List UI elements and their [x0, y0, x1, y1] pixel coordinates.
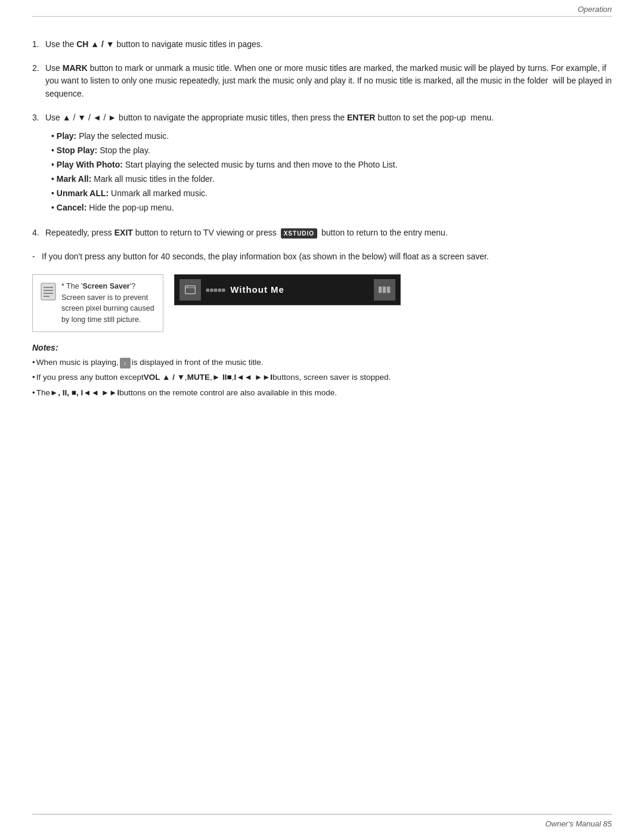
header-section: Operation [0, 0, 644, 16]
item-number: 1. [32, 38, 45, 51]
svg-rect-0 [41, 283, 55, 300]
menu-option-play-with-photo: Play With Photo: Start playing the selec… [51, 159, 612, 171]
list-item: 1. Use the CH ▲ / ▼ button to navigate m… [32, 38, 612, 51]
item-number: 2. [32, 62, 45, 101]
popup-menu-options: Play: Play the selected music. Stop Play… [51, 130, 612, 214]
preview-separator: ■■■■■ [206, 286, 225, 293]
exit-label: EXIT [114, 228, 133, 237]
notes-bullet-3: The ►, II, ■, I◄◄ ►►I buttons on the rem… [32, 386, 612, 400]
item-text: Use ▲ / ▼ / ◄ / ► button to navigate the… [45, 113, 494, 122]
preview-track-name: Without Me [230, 284, 284, 295]
note-text-content: * The 'Screen Saver'? Screen saver is to… [61, 281, 156, 326]
numbered-list: 1. Use the CH ▲ / ▼ button to navigate m… [32, 38, 612, 240]
screen-preview: ■■■■■ Without Me ▊▊▊ [174, 274, 401, 305]
notes-title: Notes: [32, 343, 612, 352]
menu-option-play: Play: Play the selected music. [51, 130, 612, 143]
note-box: * The 'Screen Saver'? Screen saver is to… [32, 274, 163, 332]
page-container: Operation 1. Use the CH ▲ / ▼ button to … [0, 0, 644, 833]
list-item: 4. Repeatedly, press EXIT button to retu… [32, 227, 612, 240]
dash-symbol: - [32, 250, 42, 264]
footer-text: Owner's Manual 85 [545, 819, 612, 828]
preview-right-icon: ▊▊▊ [379, 287, 391, 293]
item-content: Use MARK button to mark or unmark a musi… [45, 62, 612, 101]
notes-bullet-1: When music is playing, ♪ is displayed in… [32, 356, 612, 369]
menu-option-stop-play: Stop Play: Stop the play. [51, 144, 612, 157]
ch-button-label: CH ▲ / ▼ [76, 39, 114, 49]
screen-saver-label: Screen Saver [83, 282, 130, 290]
music-icon: ♪ [120, 358, 131, 368]
item-number: 3. [32, 112, 45, 216]
header-title: Operation [578, 5, 612, 14]
note-icon [40, 282, 57, 306]
xstudio-badge: XSTUDIO [281, 228, 317, 239]
content-area: 1. Use the CH ▲ / ▼ button to navigate m… [0, 17, 644, 438]
notes-bullet-2: If you press any button except VOL ▲ / ▼… [32, 371, 612, 384]
menu-option-unmark-all: Unmark ALL: Unmark all marked music. [51, 187, 612, 200]
screen-saver-section: * The 'Screen Saver'? Screen saver is to… [32, 274, 612, 332]
list-item: 3. Use ▲ / ▼ / ◄ / ► button to navigate … [32, 112, 612, 216]
item-number: 4. [32, 227, 45, 240]
list-item: 2. Use MARK button to mark or unmark a m… [32, 62, 612, 101]
item-content: Use ▲ / ▼ / ◄ / ► button to navigate the… [45, 112, 612, 216]
footer-content: Owner's Manual 85 [0, 815, 644, 833]
item-content: Repeatedly, press EXIT button to return … [45, 227, 612, 240]
dash-text: If you don't press any button for 40 sec… [42, 250, 489, 264]
enter-label: ENTER [347, 113, 375, 122]
notes-section: Notes: When music is playing, ♪ is displ… [32, 343, 612, 400]
mark-label: MARK [63, 63, 88, 73]
menu-option-mark-all: Mark All: Mark all music titles in the f… [51, 173, 612, 185]
preview-track-info: ■■■■■ Without Me [206, 284, 369, 295]
footer-area: Owner's Manual 85 [0, 814, 644, 833]
preview-right-box: ▊▊▊ [374, 279, 395, 301]
item-content: Use the CH ▲ / ▼ button to navigate musi… [45, 38, 612, 51]
dash-item: - If you don't press any button for 40 s… [32, 250, 612, 264]
menu-option-cancel: Cancel: Hide the pop-up menu. [51, 202, 612, 214]
preview-icon-box [179, 279, 201, 301]
svg-rect-5 [185, 286, 196, 293]
